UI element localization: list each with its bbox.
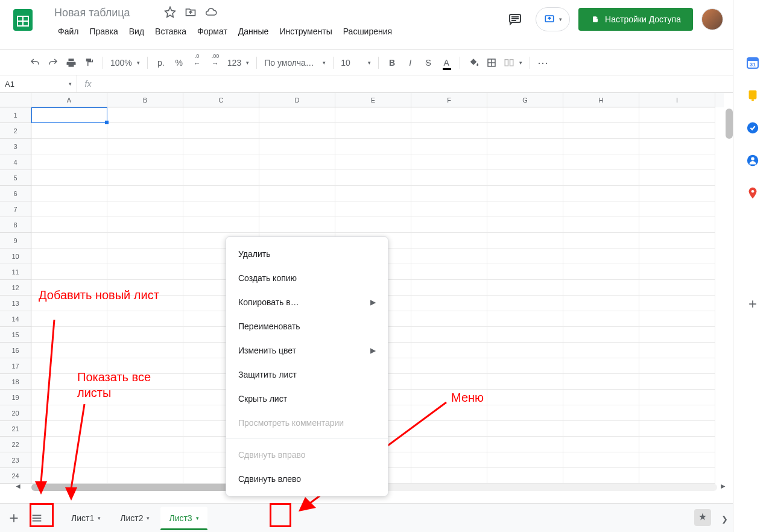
row-header[interactable]: 14 (0, 311, 31, 327)
context-menu-item[interactable]: Копировать в…▶ (226, 290, 388, 314)
cell[interactable] (563, 233, 639, 249)
cell[interactable] (107, 123, 183, 139)
cell[interactable] (563, 405, 639, 421)
scroll-left-button[interactable]: ◄ (12, 480, 24, 492)
cell[interactable] (411, 139, 487, 154)
sheet-tab-dropdown-icon[interactable]: ▾ (147, 515, 150, 521)
cell[interactable] (563, 343, 639, 358)
cell[interactable] (107, 154, 183, 170)
column-header[interactable]: H (563, 93, 639, 107)
cell[interactable] (411, 405, 487, 421)
contacts-icon[interactable] (745, 153, 760, 168)
cell[interactable] (487, 154, 563, 170)
cell[interactable] (563, 154, 639, 170)
column-header[interactable]: F (411, 93, 487, 107)
row-header[interactable]: 23 (0, 452, 31, 468)
cell[interactable] (487, 343, 563, 358)
cell[interactable] (31, 311, 107, 327)
menu-правка[interactable]: Правка (84, 24, 122, 39)
sheet-tab-dropdown-icon[interactable]: ▾ (196, 515, 199, 521)
cell[interactable] (411, 217, 487, 233)
cell[interactable] (487, 468, 563, 484)
scroll-tabs-right-button[interactable]: ❯ (721, 515, 728, 524)
cell[interactable] (487, 280, 563, 296)
cell[interactable] (639, 107, 715, 123)
borders-button[interactable] (483, 54, 500, 71)
cell[interactable] (639, 452, 715, 468)
cell[interactable] (411, 280, 487, 296)
cell[interactable] (31, 390, 107, 405)
column-header[interactable]: I (639, 93, 715, 107)
cell[interactable] (183, 201, 259, 217)
cell[interactable] (107, 311, 183, 327)
cell[interactable] (639, 123, 715, 139)
cell[interactable] (487, 374, 563, 390)
menu-вид[interactable]: Вид (124, 24, 149, 39)
cell[interactable] (31, 296, 107, 311)
sheet-tab[interactable]: Лист3▾ (160, 507, 207, 530)
row-header[interactable]: 7 (0, 201, 31, 217)
context-menu-item[interactable]: Изменить цвет▶ (226, 338, 388, 363)
cell[interactable] (31, 154, 107, 170)
cell[interactable] (107, 343, 183, 358)
tasks-icon[interactable] (745, 121, 760, 135)
cell[interactable] (335, 139, 411, 154)
cell[interactable] (487, 170, 563, 186)
cell[interactable] (563, 217, 639, 233)
menu-вставка[interactable]: Вставка (150, 24, 191, 39)
cell[interactable] (31, 107, 107, 123)
cell[interactable] (183, 154, 259, 170)
row-header[interactable]: 9 (0, 233, 31, 249)
cell[interactable] (639, 296, 715, 311)
row-header[interactable]: 2 (0, 123, 31, 139)
cell[interactable] (563, 201, 639, 217)
cell[interactable] (487, 217, 563, 233)
row-header[interactable]: 12 (0, 280, 31, 296)
cell[interactable] (563, 170, 639, 186)
cell[interactable] (411, 154, 487, 170)
cell[interactable] (183, 217, 259, 233)
cell[interactable] (31, 186, 107, 201)
cell[interactable] (411, 296, 487, 311)
get-addons-icon[interactable] (745, 297, 760, 311)
cell[interactable] (31, 421, 107, 437)
cell[interactable] (563, 296, 639, 311)
cell[interactable] (563, 264, 639, 280)
present-button[interactable]: ▾ (536, 7, 570, 31)
cell[interactable] (639, 358, 715, 374)
cell[interactable] (639, 186, 715, 201)
cell[interactable] (639, 390, 715, 405)
share-button[interactable]: Настройки Доступа (578, 8, 693, 31)
cell[interactable] (639, 437, 715, 452)
cell[interactable] (487, 296, 563, 311)
cell[interactable] (411, 311, 487, 327)
cell[interactable] (107, 327, 183, 343)
cell[interactable] (487, 123, 563, 139)
cell[interactable] (107, 139, 183, 154)
undo-button[interactable] (27, 54, 43, 71)
row-header[interactable]: 6 (0, 186, 31, 201)
row-header[interactable]: 4 (0, 154, 31, 170)
cell[interactable] (31, 405, 107, 421)
cell[interactable] (487, 358, 563, 374)
cell[interactable] (107, 201, 183, 217)
vertical-scrollbar-thumb[interactable] (726, 109, 733, 139)
cell[interactable] (31, 468, 107, 484)
cell[interactable] (411, 421, 487, 437)
cell[interactable] (487, 201, 563, 217)
cell[interactable] (107, 468, 183, 484)
menu-формат[interactable]: Формат (192, 24, 232, 39)
cell[interactable] (411, 390, 487, 405)
cell[interactable] (335, 107, 411, 123)
cell[interactable] (335, 123, 411, 139)
row-header[interactable]: 8 (0, 217, 31, 233)
cell[interactable] (639, 374, 715, 390)
bold-button[interactable]: B (384, 54, 400, 71)
row-header[interactable]: 20 (0, 405, 31, 421)
cell[interactable] (31, 139, 107, 154)
cell[interactable] (183, 186, 259, 201)
cell[interactable] (107, 107, 183, 123)
cell[interactable] (411, 468, 487, 484)
cell[interactable] (563, 390, 639, 405)
cell[interactable] (31, 358, 107, 374)
